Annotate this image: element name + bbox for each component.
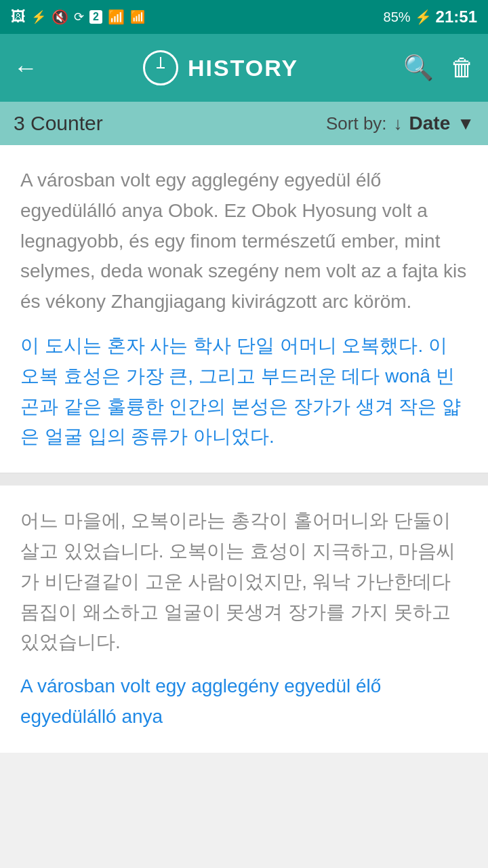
delete-button[interactable]: 🗑	[450, 54, 474, 82]
gallery-icon: 🖼	[11, 8, 26, 26]
network-badge: 2	[89, 10, 102, 24]
sort-control[interactable]: Sort by: ↓ Date ▼	[326, 113, 474, 134]
back-button[interactable]: ←	[14, 54, 38, 82]
battery-icon: ⚡	[415, 9, 432, 25]
content-area: A városban volt egy agglegény egyedül él…	[0, 145, 488, 753]
sort-label: Sort by:	[326, 113, 387, 134]
bluetooth-icon: ⚡	[31, 9, 46, 24]
status-left: 🖼 ⚡ 🔇 ⟳ 2 📶 📶	[11, 8, 145, 26]
translated-text-2: A városban volt egy agglegény egyedül él…	[20, 671, 468, 732]
translation-block-2: 어느 마을에, 오복이라는 총각이 홀어머니와 단둘이 살고 있었습니다. 오복…	[0, 486, 488, 753]
battery-text: 85%	[384, 9, 411, 25]
status-right: 85% ⚡ 21:51	[384, 7, 477, 26]
signal-icon: 📶	[108, 9, 125, 25]
sort-dropdown-icon[interactable]: ▼	[457, 113, 474, 134]
counter-label: 3 Counter	[14, 112, 103, 135]
header-title: HISTORY	[188, 55, 298, 81]
sort-arrow-icon: ↓	[394, 113, 403, 134]
header: ← HISTORY 🔍 🗑	[0, 34, 488, 102]
mute-icon: 🔇	[52, 9, 68, 25]
translation-block-1: A városban volt egy agglegény egyedül él…	[0, 145, 488, 473]
sync-icon: ⟳	[74, 9, 84, 24]
translated-text-1: 이 도시는 혼자 사는 학사 단일 어머니 오복했다. 이 오복 효성은 가장 …	[20, 331, 468, 452]
header-center: HISTORY	[143, 50, 298, 85]
original-text-1: A városban volt egy agglegény egyedül él…	[20, 165, 468, 317]
sort-value: Date	[409, 113, 451, 134]
block-separator	[0, 473, 488, 486]
sim-icon: 📶	[130, 9, 145, 24]
subheader: 3 Counter Sort by: ↓ Date ▼	[0, 102, 488, 145]
original-text-2: 어느 마을에, 오복이라는 총각이 홀어머니와 단둘이 살고 있었습니다. 오복…	[20, 506, 468, 658]
time-display: 21:51	[436, 7, 477, 26]
history-clock-icon	[143, 50, 178, 85]
status-bar: 🖼 ⚡ 🔇 ⟳ 2 📶 📶 85% ⚡ 21:51	[0, 0, 488, 34]
search-button[interactable]: 🔍	[403, 54, 434, 82]
